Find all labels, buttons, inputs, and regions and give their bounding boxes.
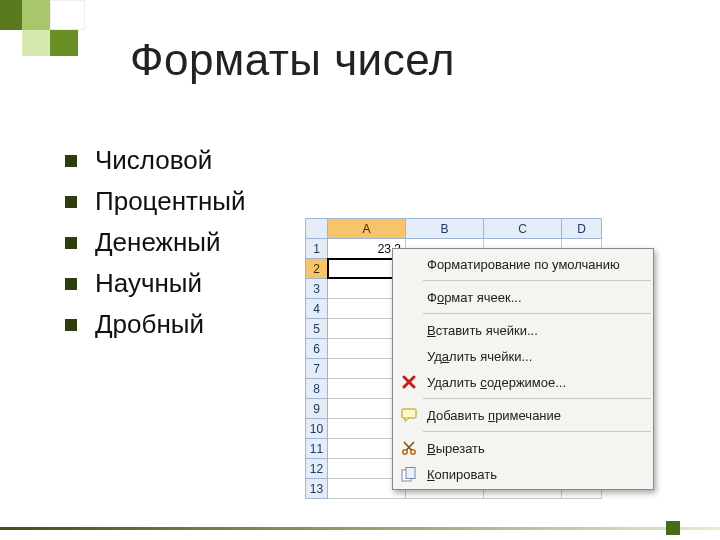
svg-rect-0 [402,409,416,418]
column-header-c[interactable]: C [484,219,562,239]
row-header[interactable]: 9 [306,399,328,419]
list-item: Научный [65,268,246,299]
row-header[interactable]: 6 [306,339,328,359]
menu-separator [423,398,651,399]
row-header-selected[interactable]: 2 [306,259,328,279]
menu-item-delete-content[interactable]: Удалить содержимое... [393,369,653,395]
comment-icon [397,405,421,425]
square-bullet-icon [65,237,77,249]
square-bullet-icon [65,155,77,167]
column-header-d[interactable]: D [562,219,602,239]
scissors-icon [397,438,421,458]
list-item-label: Процентный [95,186,246,217]
menu-separator [423,313,651,314]
menu-item-label: Вставить ячейки... [427,323,538,338]
menu-item-delete-cells[interactable]: Удалить ячейки... [393,343,653,369]
row-header[interactable]: 5 [306,319,328,339]
list-item-label: Денежный [95,227,221,258]
menu-separator [423,280,651,281]
menu-item-default-format[interactable]: Форматирование по умолчанию [393,251,653,277]
menu-separator [423,431,651,432]
menu-item-copy[interactable]: Копировать [393,461,653,487]
context-menu[interactable]: Форматирование по умолчанию Формат ячеек… [392,248,654,490]
menu-icon-empty [397,320,421,340]
slide-bottom-square [666,521,680,535]
row-header[interactable]: 8 [306,379,328,399]
menu-item-label: Вырезать [427,441,485,456]
delete-x-icon [397,372,421,392]
svg-point-1 [403,450,407,454]
row-header[interactable]: 11 [306,439,328,459]
square-bullet-icon [65,196,77,208]
square-bullet-icon [65,319,77,331]
slide-corner-decoration [0,0,120,70]
menu-item-insert-cells[interactable]: Вставить ячейки... [393,317,653,343]
menu-item-label: Формат ячеек... [427,290,522,305]
menu-item-label: Форматирование по умолчанию [427,257,620,272]
copy-icon [397,464,421,484]
list-item: Денежный [65,227,246,258]
menu-item-label: Удалить содержимое... [427,375,566,390]
row-header[interactable]: 1 [306,239,328,259]
slide-bottom-rule [0,527,720,530]
menu-icon-empty [397,346,421,366]
list-item-label: Научный [95,268,202,299]
menu-item-label: Добавить примечание [427,408,561,423]
column-header-b[interactable]: B [406,219,484,239]
column-header-a[interactable]: A [328,219,406,239]
row-header[interactable]: 13 [306,479,328,499]
menu-item-cell-format[interactable]: Формат ячеек... [393,284,653,310]
list-item-label: Числовой [95,145,212,176]
svg-rect-4 [406,467,415,478]
list-item-label: Дробный [95,309,204,340]
menu-item-cut[interactable]: Вырезать [393,435,653,461]
row-header[interactable]: 12 [306,459,328,479]
bullet-list: Числовой Процентный Денежный Научный Дро… [65,145,246,350]
menu-item-label: Удалить ячейки... [427,349,532,364]
list-item: Дробный [65,309,246,340]
menu-item-label: Копировать [427,467,497,482]
slide-title: Форматы чисел [130,35,455,85]
svg-point-2 [411,450,415,454]
menu-item-add-comment[interactable]: Добавить примечание [393,402,653,428]
square-bullet-icon [65,278,77,290]
list-item: Числовой [65,145,246,176]
row-header[interactable]: 4 [306,299,328,319]
menu-icon-empty [397,287,421,307]
select-all-corner[interactable] [306,219,328,239]
row-header[interactable]: 10 [306,419,328,439]
row-header[interactable]: 7 [306,359,328,379]
list-item: Процентный [65,186,246,217]
menu-icon-empty [397,254,421,274]
row-header[interactable]: 3 [306,279,328,299]
